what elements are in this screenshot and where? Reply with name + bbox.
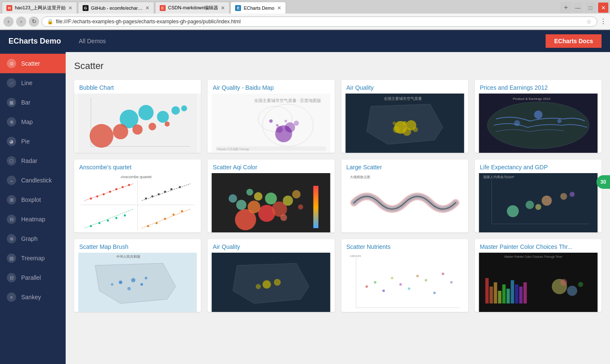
- svg-rect-129: [489, 287, 493, 303]
- main-layout: ⊙ Scatter ⟋ Line ▦ Bar ⊕ Map ◕ Pie ⬡ Rad…: [0, 52, 610, 364]
- svg-point-140: [560, 279, 567, 286]
- chart-card-airquality[interactable]: Air Quality 全国主要城市空气质量: [341, 80, 468, 153]
- svg-point-23: [285, 120, 287, 122]
- all-demos-nav[interactable]: All Demos: [74, 35, 111, 47]
- svg-point-96: [560, 193, 567, 200]
- sidebar-label-graph: Graph: [21, 235, 38, 242]
- forward-btn[interactable]: ›: [16, 17, 26, 27]
- svg-rect-89: [479, 173, 597, 232]
- svg-point-33: [402, 121, 407, 125]
- header: ECharts Demo All Demos ECharts Docs: [0, 30, 610, 52]
- browser-tab-tab2[interactable]: G GitHub - ecomfe/echart... ✕: [78, 2, 154, 14]
- refresh-btn[interactable]: ↻: [29, 17, 39, 27]
- sidebar-item-radar[interactable]: ⬡ Radar: [0, 151, 66, 171]
- svg-point-139: [567, 286, 577, 296]
- svg-point-12: [165, 121, 170, 127]
- app-logo: ECharts Demo: [8, 37, 61, 46]
- chart-card-nutrients[interactable]: Scatter Nutrients calcium: [341, 239, 468, 312]
- sidebar-label-bar: Bar: [21, 99, 30, 106]
- svg-text:全国主要城市空气质量: 全国主要城市空气质量: [383, 97, 421, 101]
- sidebar-item-bar[interactable]: ▦ Bar: [0, 93, 66, 112]
- chart-card-bubble[interactable]: Bubble Chart: [74, 80, 201, 153]
- sidebar-item-heatmap[interactable]: ⊟ Heatmap: [0, 210, 66, 229]
- svg-point-62: [98, 222, 100, 224]
- svg-rect-135: [515, 284, 518, 303]
- graph-icon: ⊛: [7, 234, 16, 243]
- chart-card-master-painter[interactable]: Master Painter Color Choices Thr... Mast…: [475, 239, 602, 312]
- chart-thumb-nutrients: calcium: [341, 253, 468, 312]
- sidebar-item-treemap[interactable]: ▤ Treemap: [0, 248, 66, 268]
- svg-text:Product & Earnings 2012: Product & Earnings 2012: [513, 97, 550, 101]
- bar-icon: ▦: [7, 98, 16, 107]
- svg-point-125: [450, 281, 452, 284]
- address-bar[interactable]: 🔒 file:///F:/echarts-examples-gh-pages/e…: [42, 17, 597, 27]
- menu-icon[interactable]: ⋮: [600, 17, 607, 25]
- svg-point-122: [424, 279, 427, 281]
- sidebar-item-graph[interactable]: ⊛ Graph: [0, 229, 66, 248]
- chart-card-airquality-baidu[interactable]: Air Quality - Baidu Map 全国主要城市空气质量 · 百度地…: [208, 80, 334, 153]
- chart-card-large-scatter[interactable]: Large Scatter 大规模散点图: [341, 160, 468, 232]
- sidebar-label-line: Line: [21, 80, 32, 86]
- svg-point-67: [147, 225, 149, 227]
- treemap-icon: ▤: [7, 254, 16, 263]
- svg-point-47: [96, 196, 98, 198]
- page-title: Scatter: [74, 61, 602, 72]
- chart-card-life-gdp[interactable]: Life Expectancy and GDP 国家人均寿命与GDP: [475, 160, 602, 232]
- svg-point-52: [128, 184, 130, 186]
- sidebar-item-line[interactable]: ⟋ Line: [0, 73, 66, 93]
- sidebar-label-candlestick: Candlestick: [21, 177, 52, 184]
- sidebar-item-scatter[interactable]: ⊙ Scatter: [0, 54, 66, 73]
- sidebar-item-boxplot[interactable]: ⊞ Boxplot: [0, 190, 66, 210]
- svg-point-30: [402, 127, 411, 136]
- svg-text:中华人民共和国: 中华人民共和国: [116, 255, 140, 259]
- minimize-btn[interactable]: —: [573, 3, 583, 13]
- svg-text:大规模散点图: 大规模散点图: [349, 175, 370, 179]
- bookmark-icon[interactable]: ☆: [586, 18, 592, 25]
- svg-point-7: [181, 105, 187, 111]
- svg-text:Master Painter Color Choices T: Master Painter Color Choices Through Tim…: [504, 255, 562, 259]
- chart-title-nutrients: Scatter Nutrients: [341, 239, 468, 253]
- new-tab-btn[interactable]: +: [560, 2, 572, 14]
- chart-card-anscombe[interactable]: Anscombe's quartet Anscombe quartet: [74, 160, 201, 232]
- svg-point-70: [172, 214, 175, 216]
- candlestick-icon: ⫠: [7, 176, 16, 185]
- sidebar-item-candlestick[interactable]: ⫠ Candlestick: [0, 171, 66, 190]
- chart-title-large-scatter: Large Scatter: [341, 160, 468, 173]
- sidebar-item-map[interactable]: ⊕ Map: [0, 112, 66, 132]
- svg-rect-131: [498, 291, 501, 303]
- svg-point-83: [292, 190, 301, 199]
- chart-title-master-painter: Master Painter Color Choices Thr...: [475, 239, 602, 253]
- sidebar-item-sankey[interactable]: ≡ Sankey: [0, 287, 66, 307]
- back-btn[interactable]: ‹: [3, 17, 14, 27]
- svg-point-101: [119, 281, 122, 284]
- browser-tab-tab1[interactable]: H hao123_上网从这里开始 ✕: [2, 2, 77, 14]
- chart-thumb-scatter-aqi: [208, 173, 334, 232]
- svg-point-61: [90, 225, 92, 227]
- svg-point-38: [534, 110, 542, 119]
- svg-point-8: [90, 124, 114, 148]
- browser-tab-tab3[interactable]: C CSDN-markdown编辑器 ✕: [155, 2, 230, 14]
- svg-rect-86: [313, 186, 319, 228]
- chart-card-scatter-map[interactable]: Scatter Map Brush 中华人民共和国: [74, 239, 201, 312]
- svg-point-55: [151, 196, 153, 198]
- browser-tab-tab4[interactable]: E ECharts Demo ✕: [230, 2, 286, 14]
- sidebar-label-map: Map: [21, 119, 33, 125]
- maximize-btn[interactable]: □: [585, 3, 596, 13]
- docs-button[interactable]: ECharts Docs: [546, 34, 602, 48]
- chart-card-prices[interactable]: Prices and Earnings 2012 Product & Earni…: [475, 80, 602, 153]
- svg-point-48: [103, 193, 105, 196]
- svg-point-9: [113, 124, 128, 139]
- svg-point-22: [276, 124, 279, 127]
- float-button[interactable]: 30: [596, 175, 610, 189]
- chart-title-bubble: Bubble Chart: [74, 80, 201, 94]
- chart-title-prices: Prices and Earnings 2012: [475, 80, 602, 94]
- chart-card-scatter-aqi[interactable]: Scatter Aqi Color: [208, 160, 334, 232]
- svg-text:©Baidu ©天地图 ©Amap: ©Baidu ©天地图 ©Amap: [217, 148, 250, 151]
- chart-card-airquality2[interactable]: Air Quality: [208, 239, 334, 312]
- chart-title-airquality: Air Quality: [341, 80, 468, 94]
- close-btn[interactable]: ✕: [598, 3, 608, 13]
- sidebar-item-parallel[interactable]: ⊟ Parallel: [0, 268, 66, 287]
- svg-point-141: [578, 282, 583, 287]
- svg-point-110: [256, 284, 261, 289]
- sidebar-item-pie[interactable]: ◕ Pie: [0, 132, 66, 151]
